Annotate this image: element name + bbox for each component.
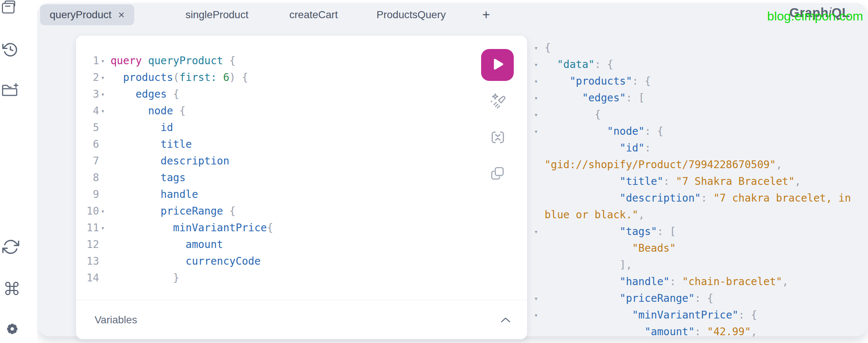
merge-fragments-button[interactable] bbox=[489, 128, 507, 146]
code-token: { bbox=[229, 55, 236, 67]
fold-arrow-icon[interactable]: ▾ bbox=[99, 102, 111, 119]
fold-arrow-icon[interactable]: ▾ bbox=[534, 123, 538, 140]
query-editor-line[interactable]: 6 title bbox=[80, 136, 475, 153]
query-editor-line[interactable]: 10▾ priceRange { bbox=[80, 203, 475, 219]
query-editor-line[interactable]: 7 description bbox=[80, 153, 475, 169]
response-line: "handle": "chain-bracelet", bbox=[533, 273, 868, 290]
code-token bbox=[670, 175, 676, 187]
query-editor-line[interactable]: 11▾ minVariantPrice{ bbox=[80, 219, 475, 236]
code-token: "Beads" bbox=[632, 242, 676, 254]
fold-arrow-icon[interactable]: ▾ bbox=[534, 90, 538, 107]
code-token: edges bbox=[135, 88, 167, 100]
docs-button[interactable] bbox=[1, 0, 17, 16]
query-editor-line[interactable]: 3▾ edges { bbox=[80, 86, 475, 102]
code-token: tags bbox=[161, 172, 185, 184]
fold-arrow-icon[interactable]: ▾ bbox=[99, 86, 111, 102]
code-line-text: minVariantPrice{ bbox=[111, 219, 273, 236]
query-editor-line[interactable]: 13 currencyCode bbox=[80, 253, 475, 270]
code-line-text: tags bbox=[111, 169, 185, 186]
copy-icon bbox=[489, 165, 507, 182]
response-line: ▾{ bbox=[533, 39, 868, 56]
code-token: : bbox=[739, 309, 745, 321]
variables-section[interactable]: Variables bbox=[76, 300, 527, 339]
line-number: 12 bbox=[80, 236, 99, 253]
fold-arrow-icon[interactable]: ▾ bbox=[534, 56, 538, 73]
query-editor-line[interactable]: 14 } bbox=[80, 270, 475, 286]
fold-arrow-icon[interactable]: ▾ bbox=[534, 73, 538, 90]
code-token: : bbox=[670, 275, 676, 288]
code-token: currencyCode bbox=[185, 255, 260, 267]
response-line: "gid://shopify/Product/7994228670509", bbox=[533, 156, 868, 173]
merge-compress-icon bbox=[489, 128, 507, 146]
close-icon[interactable]: × bbox=[118, 9, 125, 20]
tab-createCart[interactable]: createCart bbox=[289, 4, 338, 25]
response-line: blue or black.", bbox=[533, 206, 868, 223]
code-token bbox=[111, 188, 161, 200]
code-token: "chain-bracelet" bbox=[682, 275, 782, 288]
code-token: title bbox=[161, 138, 192, 150]
code-token: ) { bbox=[229, 71, 248, 84]
chevron-up-icon[interactable] bbox=[500, 317, 511, 323]
line-number: 3 bbox=[80, 86, 99, 102]
code-token: , bbox=[795, 175, 801, 187]
query-editor-line[interactable]: 9 handle bbox=[80, 186, 475, 203]
fold-arrow-icon[interactable]: ▾ bbox=[99, 52, 111, 69]
code-token: query bbox=[111, 55, 142, 67]
code-token: handle bbox=[161, 188, 198, 200]
new-tab-button[interactable] bbox=[1, 82, 19, 99]
settings-gear-icon bbox=[4, 321, 20, 337]
line-number: 9 bbox=[80, 186, 99, 203]
fold-arrow-icon[interactable]: ▾ bbox=[534, 290, 538, 307]
query-editor[interactable]: 1▾query queryProduct {2▾ products(first:… bbox=[80, 52, 475, 286]
response-line: "id": bbox=[533, 140, 868, 156]
add-tab-button[interactable]: + bbox=[482, 4, 490, 25]
code-token bbox=[545, 242, 632, 254]
code-token: amount bbox=[185, 238, 223, 251]
code-token bbox=[111, 121, 161, 134]
tab-singleProduct[interactable]: singleProduct bbox=[185, 4, 249, 25]
code-token: , bbox=[782, 275, 789, 288]
fold-arrow-icon[interactable]: ▾ bbox=[534, 40, 538, 56]
tab-ProductsQuery[interactable]: ProductsQuery bbox=[377, 4, 446, 25]
keyboard-shortcuts-button[interactable] bbox=[4, 280, 20, 297]
fold-arrow-icon[interactable]: ▾ bbox=[99, 219, 111, 236]
code-line-text: node { bbox=[111, 102, 185, 119]
refetch-schema-button[interactable] bbox=[2, 238, 19, 255]
response-line: ▾ "edges": [ bbox=[533, 89, 868, 106]
response-line: ▾ "data": { bbox=[533, 56, 868, 73]
code-line-text: priceRange { bbox=[111, 203, 236, 219]
fold-arrow-icon[interactable]: ▾ bbox=[534, 107, 538, 123]
code-token: { bbox=[607, 58, 614, 71]
execute-button[interactable] bbox=[481, 49, 514, 81]
history-button[interactable] bbox=[2, 42, 19, 58]
code-token: priceRange bbox=[161, 205, 223, 217]
query-editor-line[interactable]: 1▾query queryProduct { bbox=[80, 52, 475, 69]
query-editor-line[interactable]: 12 amount bbox=[80, 236, 475, 253]
code-token bbox=[545, 125, 607, 137]
code-line-text: handle bbox=[111, 186, 198, 203]
settings-button[interactable] bbox=[4, 321, 20, 337]
code-token bbox=[701, 326, 707, 338]
code-token bbox=[545, 92, 582, 104]
fold-arrow-icon[interactable]: ▾ bbox=[534, 307, 538, 324]
fold-arrow-icon[interactable]: ▾ bbox=[534, 223, 538, 240]
tab-queryProduct[interactable]: queryProduct × bbox=[40, 4, 134, 25]
code-token bbox=[223, 55, 229, 67]
fold-arrow-icon[interactable]: ▾ bbox=[99, 69, 111, 86]
query-editor-line[interactable]: 2▾ products(first: 6) { bbox=[80, 69, 475, 86]
code-token: "amount" bbox=[645, 326, 695, 338]
response-line: ▾ { bbox=[533, 106, 868, 123]
query-editor-line[interactable]: 4▾ node { bbox=[80, 102, 475, 119]
code-token bbox=[651, 125, 657, 137]
fold-spacer bbox=[99, 136, 111, 153]
copy-query-button[interactable] bbox=[489, 165, 507, 183]
prettify-button[interactable] bbox=[489, 92, 507, 110]
query-editor-line[interactable]: 5 id bbox=[80, 119, 475, 136]
fold-arrow-icon[interactable]: ▾ bbox=[99, 203, 111, 219]
query-editor-line[interactable]: 8 tags bbox=[80, 169, 475, 186]
code-token bbox=[142, 55, 148, 67]
code-token bbox=[663, 225, 670, 238]
code-token: minVariantPrice bbox=[173, 222, 267, 234]
code-token: , bbox=[751, 326, 757, 338]
code-line-text: products(first: 6) { bbox=[111, 69, 248, 86]
